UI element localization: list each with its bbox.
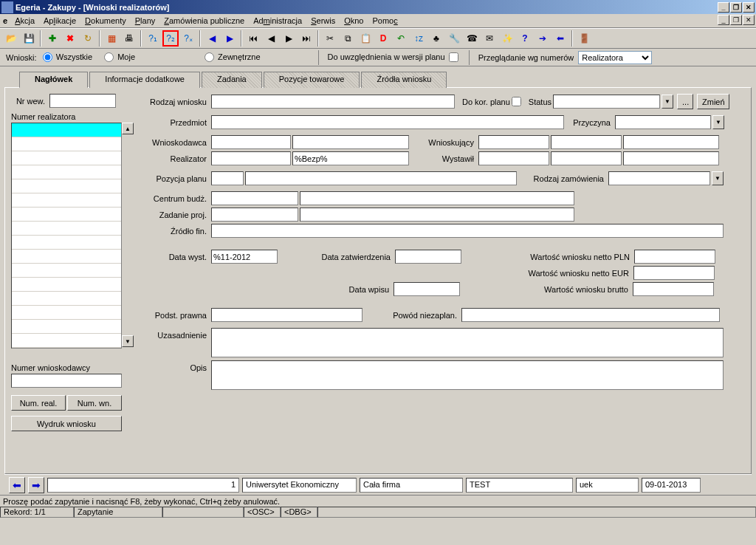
scroll-up-icon[interactable]: ▲ — [122, 123, 134, 134]
tool-refresh-icon[interactable]: ↻ — [80, 30, 96, 47]
tool-query-cancel-icon[interactable]: ?ₓ — [180, 30, 196, 47]
tool-next-icon[interactable]: ▶ — [221, 30, 238, 47]
mdi-minimize-button[interactable]: _ — [718, 15, 729, 25]
zrodlo-fin-input[interactable] — [211, 224, 724, 238]
minimize-button[interactable]: _ — [718, 2, 729, 13]
menu-okno[interactable]: Okno — [340, 16, 368, 26]
list-item[interactable] — [12, 208, 121, 222]
tool-grid-icon[interactable]: ▦ — [103, 30, 120, 47]
zadanie-proj-input1[interactable] — [211, 208, 298, 222]
menu-pomoc[interactable]: Pomoc — [368, 16, 402, 26]
tool-tools-icon[interactable]: 🔧 — [446, 30, 462, 47]
zmien-button[interactable]: Zmień — [697, 94, 729, 109]
wnioskujacy-input3[interactable] — [623, 135, 719, 149]
zadanie-proj-input2[interactable] — [300, 208, 574, 222]
wartosc-brutto-input[interactable] — [633, 282, 714, 296]
pozycja-planu-input1[interactable] — [211, 171, 244, 185]
menu-plany[interactable]: Plany — [131, 16, 160, 26]
wnioskujacy-input1[interactable] — [478, 135, 549, 149]
rodzaj-zamowienia-dropdown-icon[interactable]: ▼ — [712, 171, 724, 185]
tool-save-icon[interactable]: 💾 — [21, 30, 37, 47]
tool-d-icon[interactable]: D — [375, 30, 391, 47]
tool-mail-icon[interactable]: ✉ — [481, 30, 498, 47]
list-item[interactable] — [12, 193, 121, 208]
mdi-restore-button[interactable]: ❐ — [730, 15, 742, 25]
wnioskujacy-input2[interactable] — [551, 135, 622, 149]
scroll-down-icon[interactable]: ▼ — [122, 335, 134, 347]
tool-query2-icon[interactable]: ?₂ — [162, 30, 179, 47]
uzasadnienie-input[interactable] — [211, 328, 724, 357]
tool-back-icon[interactable]: ◀ — [263, 30, 279, 47]
list-item[interactable] — [12, 306, 121, 320]
menu-dokumenty[interactable]: Dokumenty — [80, 16, 131, 26]
list-item[interactable] — [12, 320, 121, 334]
menu-akcja[interactable]: AAkcjakcja — [10, 16, 39, 26]
tool-delete-icon[interactable]: ✖ — [62, 30, 78, 47]
maximize-button[interactable]: ❐ — [730, 2, 742, 13]
tool-prev-icon[interactable]: ◀ — [204, 30, 220, 47]
tool-add-icon[interactable]: ✚ — [44, 30, 61, 47]
mdi-close-button[interactable]: ✕ — [743, 15, 755, 25]
tool-tree-icon[interactable]: ♣ — [428, 30, 444, 47]
list-item[interactable] — [12, 222, 121, 236]
list-item[interactable] — [12, 292, 121, 306]
nav-prev-icon[interactable]: ⬅ — [9, 477, 25, 493]
centrum-budz-input1[interactable] — [211, 191, 298, 205]
num-wn-button[interactable]: Num. wn. — [67, 395, 122, 411]
check-do-uwzg[interactable]: Do uwzględnienia w wersji planu — [328, 52, 460, 63]
tool-undo-icon[interactable]: ↶ — [393, 30, 409, 47]
tool-phone-icon[interactable]: ☎ — [464, 30, 480, 47]
tool-sort-icon[interactable]: ↕z — [410, 30, 427, 47]
wnioskodawca-input2[interactable] — [292, 135, 409, 149]
realizator-input2[interactable] — [292, 151, 409, 165]
data-wpisu-input[interactable] — [394, 282, 460, 296]
radio-zewnetrzne[interactable]: Zewnętrzne — [203, 52, 261, 63]
list-item[interactable] — [12, 123, 121, 137]
tool-print-icon[interactable]: 🖶 — [121, 30, 137, 47]
list-item[interactable] — [12, 236, 121, 250]
list-item[interactable] — [12, 250, 121, 264]
realizator-input1[interactable] — [211, 151, 291, 165]
list-item[interactable] — [12, 137, 121, 151]
data-wyst-input[interactable] — [211, 250, 278, 264]
nr-wew-input[interactable] — [49, 94, 116, 108]
list-item[interactable] — [12, 165, 121, 179]
tool-go-icon[interactable]: ➔ — [535, 30, 551, 47]
status-dropdown-icon[interactable]: ▼ — [662, 95, 673, 109]
wystawil-input3[interactable] — [623, 151, 719, 165]
list-item[interactable] — [12, 151, 121, 165]
num-real-button[interactable]: Num. real. — [11, 395, 66, 411]
wartosc-netto-eur-input[interactable] — [633, 266, 715, 280]
wydruk-wniosku-button[interactable]: Wydruk wniosku — [11, 416, 122, 431]
tab-zadania[interactable]: Zadania — [202, 72, 262, 88]
tab-naglowek[interactable]: Nagłówek — [19, 72, 88, 88]
przegladanie-select[interactable]: Realizatora — [578, 51, 652, 64]
status-input[interactable] — [553, 95, 660, 109]
przedmiot-input[interactable] — [211, 115, 564, 129]
wnioskodawca-input1[interactable] — [211, 135, 291, 149]
nav-next-icon[interactable]: ➡ — [28, 477, 44, 493]
tool-copy-icon[interactable]: ⧉ — [340, 30, 356, 47]
menu-serwis[interactable]: Serwis — [306, 16, 340, 26]
tool-exit-icon[interactable]: 🚪 — [576, 30, 592, 47]
radio-moje[interactable]: Moje — [103, 52, 135, 63]
tool-wand-icon[interactable]: ✨ — [499, 30, 515, 47]
rodzaj-wniosku-input[interactable] — [211, 95, 455, 109]
tool-help-icon[interactable]: ? — [517, 30, 533, 47]
tool-open-icon[interactable]: 📂 — [3, 30, 19, 47]
list-item[interactable] — [12, 334, 121, 348]
wystawil-input2[interactable] — [551, 151, 622, 165]
realizator-list[interactable] — [11, 123, 122, 349]
tool-paste-icon[interactable]: 📋 — [357, 30, 374, 47]
list-item[interactable] — [12, 264, 121, 278]
tool-back2-icon[interactable]: ⬅ — [552, 30, 568, 47]
list-item[interactable] — [12, 179, 121, 193]
tool-fwd-icon[interactable]: ▶ — [281, 30, 297, 47]
do-kor-planu-check[interactable] — [512, 97, 521, 106]
list-item[interactable] — [12, 278, 121, 292]
powod-niezaplan-input[interactable] — [461, 308, 720, 322]
tool-query1-icon[interactable]: ?₁ — [145, 30, 161, 47]
wystawil-input1[interactable] — [478, 151, 549, 165]
przyczyna-input[interactable] — [615, 115, 711, 129]
tool-first-icon[interactable]: ⏮ — [245, 30, 261, 47]
